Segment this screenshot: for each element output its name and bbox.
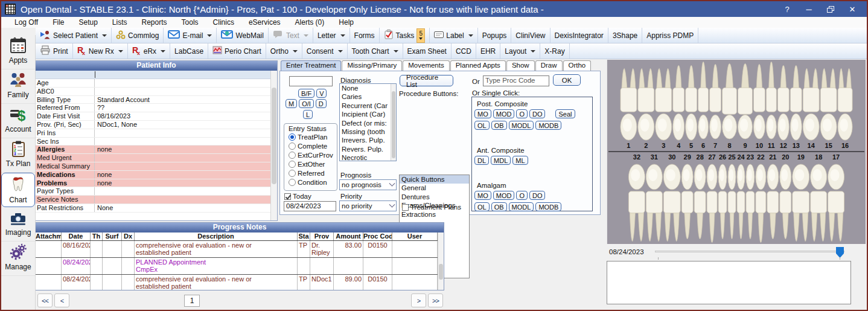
patient-info-row[interactable]: Payor Types bbox=[36, 187, 277, 196]
patient-info-row[interactable]: Date First Visit08/16/2023 bbox=[36, 112, 277, 121]
chart-note-textbox[interactable] bbox=[607, 261, 851, 304]
sidebar-item-imaging[interactable]: Imaging bbox=[1, 207, 35, 242]
procedure-category-item[interactable]: General bbox=[400, 184, 469, 192]
chart-date-slider-thumb[interactable] bbox=[836, 247, 844, 258]
column-header-th[interactable]: Th bbox=[91, 232, 103, 240]
single-click-button-dl[interactable]: DL bbox=[474, 156, 489, 165]
single-click-button-do[interactable]: DO bbox=[529, 191, 546, 200]
single-click-button-seal[interactable]: Seal bbox=[555, 109, 575, 118]
menu-item-clinics[interactable]: Clinics bbox=[206, 18, 241, 27]
patient-info-row[interactable]: ABC0 bbox=[36, 88, 277, 96]
patient-info-row[interactable]: Allergiesnone bbox=[36, 146, 277, 154]
toolbar-button-perio-chart[interactable]: Perio Chart bbox=[208, 43, 266, 59]
procedure-category-item[interactable]: Dentures bbox=[400, 193, 469, 201]
patient-info-row[interactable]: Pat RestrictionsNone bbox=[36, 204, 277, 213]
diagnosis-item[interactable]: Recurrent (Car bbox=[340, 101, 396, 110]
toolbar-button-dexisintegrator[interactable]: DexisIntegrator bbox=[550, 28, 608, 43]
checkbox-icon[interactable] bbox=[284, 193, 291, 200]
single-click-button-ol[interactable]: OL bbox=[474, 202, 490, 211]
single-click-button-mdl[interactable]: MDL bbox=[491, 156, 511, 165]
procedure-list-button[interactable]: Procedure List bbox=[400, 75, 453, 86]
sidebar-item-tx-plan[interactable]: 123Tx Plan bbox=[1, 138, 35, 173]
restore-button[interactable] bbox=[820, 2, 841, 16]
sidebar-item-family[interactable]: Family bbox=[1, 69, 35, 104]
last-page-button[interactable]: >> bbox=[428, 293, 443, 307]
single-click-button-modb[interactable]: MODB bbox=[535, 121, 561, 130]
first-page-button[interactable]: << bbox=[37, 293, 53, 307]
menu-item-setup[interactable]: Setup bbox=[71, 18, 104, 27]
toolbar-button-x-ray[interactable]: X-Ray bbox=[540, 43, 569, 59]
entry-status-option-condition[interactable]: Condition bbox=[289, 179, 337, 188]
diagnosis-item[interactable]: Missing (tooth bbox=[340, 127, 396, 136]
toolbar-button-letter[interactable]: Letter bbox=[313, 28, 350, 43]
toolbar-button-labcase[interactable]: LabCase bbox=[170, 43, 208, 59]
tab-ortho[interactable]: Ortho bbox=[563, 60, 592, 71]
tab-movements[interactable]: Movements bbox=[403, 60, 449, 71]
single-click-button-do[interactable]: DO bbox=[529, 109, 546, 118]
column-header-description[interactable]: Description bbox=[135, 232, 298, 240]
toolbar-button-ccd[interactable]: CCD bbox=[452, 43, 476, 59]
tab-draw[interactable]: Draw bbox=[535, 60, 563, 71]
progress-note-row[interactable]: 08/24/2023comprehensive oral evaluation … bbox=[36, 275, 438, 290]
patient-info-row[interactable]: Age bbox=[36, 79, 277, 88]
toolbar-button-appriss-pdmp[interactable]: Appriss PDMP bbox=[642, 28, 698, 43]
column-header-user[interactable]: User bbox=[392, 232, 438, 240]
single-click-button-modb[interactable]: MODB bbox=[535, 202, 561, 211]
toolbar-button-3shape[interactable]: 3Shape bbox=[608, 28, 642, 43]
entry-status-option-extcurprov[interactable]: ExtCurProv bbox=[289, 152, 337, 161]
column-header-dx[interactable]: Dx bbox=[122, 232, 135, 240]
patient-info-row[interactable]: Medical Summary bbox=[36, 162, 277, 171]
tab-show[interactable]: Show bbox=[506, 60, 535, 71]
procedure-category-item[interactable]: Extractions bbox=[400, 210, 469, 219]
entry-status-option-extother[interactable]: ExtOther bbox=[289, 161, 337, 170]
diagnosis-item[interactable]: Defect (or mis: bbox=[340, 119, 396, 127]
help-button[interactable]: ? bbox=[776, 2, 798, 16]
column-header-prov[interactable]: Prov bbox=[310, 232, 334, 240]
chart-date-slider-track[interactable] bbox=[655, 251, 844, 252]
radio-icon[interactable] bbox=[289, 170, 296, 177]
progress-note-row[interactable]: 08/24/2023PLANNED AppointmentCmpEx bbox=[36, 258, 438, 275]
graphical-tooth-chart[interactable]: 1234567891011121314151632313029282726252… bbox=[607, 60, 866, 244]
prev-page-button[interactable]: < bbox=[54, 293, 69, 307]
column-header-amount[interactable]: Amount bbox=[334, 232, 363, 240]
toolbar-button-commlog[interactable]: Commlog bbox=[112, 28, 164, 43]
diagnosis-item[interactable]: Revers. Pulp. bbox=[340, 145, 396, 153]
scrollbar-thumb[interactable] bbox=[272, 88, 276, 184]
proc-code-input[interactable]: Type Proc Code bbox=[483, 75, 549, 86]
toolbar-button-erx[interactable]: RxeRx bbox=[128, 43, 170, 59]
diagnosis-scrollbar[interactable] bbox=[391, 84, 396, 161]
tasks-count-badge[interactable]: 5 bbox=[416, 28, 425, 43]
radio-icon[interactable] bbox=[289, 152, 296, 159]
toolbar-button-exam-sheet[interactable]: Exam Sheet bbox=[403, 43, 452, 59]
menu-item-alerts-0-[interactable]: Alerts (0) bbox=[288, 18, 332, 27]
entry-status-option-treatplan[interactable]: TreatPlan bbox=[289, 133, 337, 143]
entry-status-option-referred[interactable]: Referred bbox=[289, 170, 337, 179]
sidebar-item-appts[interactable]: Appts bbox=[1, 35, 35, 69]
diagnosis-listbox[interactable]: NoneCariesRecurrent (CarIncipient (Car)D… bbox=[339, 83, 397, 161]
menu-item-eservices[interactable]: eServices bbox=[241, 18, 288, 27]
diagnosis-item[interactable]: Incipient (Car) bbox=[340, 110, 396, 118]
menu-item-reports[interactable]: Reports bbox=[135, 18, 174, 27]
column-header-sta[interactable]: Sta bbox=[298, 232, 310, 240]
minimize-button[interactable]: ─ bbox=[798, 2, 820, 16]
patient-info-row[interactable]: Referred From?? bbox=[36, 104, 277, 112]
single-click-button-o[interactable]: O bbox=[516, 191, 528, 200]
column-header-date[interactable]: Date bbox=[62, 232, 91, 240]
priority-dropdown[interactable]: no priority bbox=[339, 200, 397, 211]
toolbar-button-tasks[interactable]: Tasks5 bbox=[380, 28, 430, 43]
single-click-button-ob[interactable]: OB bbox=[491, 121, 507, 130]
toolbar-button-layout[interactable]: Layout bbox=[500, 43, 540, 59]
toolbar-button-e-mail[interactable]: E-mail bbox=[164, 28, 217, 43]
column-header-attachme[interactable]: Attachme bbox=[36, 232, 62, 240]
single-click-button-o[interactable]: O bbox=[516, 109, 528, 118]
patient-info-row[interactable]: Prov. (Pri, Sec)NDoc1, None bbox=[36, 121, 277, 129]
patient-info-scrollbar[interactable] bbox=[270, 71, 277, 220]
surface-button-b-f[interactable]: B/F bbox=[298, 89, 314, 98]
treatment-plans-checkbox[interactable]: Treatment Plans bbox=[402, 204, 461, 211]
surface-button-l[interactable]: L bbox=[303, 110, 313, 119]
single-click-button-modl[interactable]: MODL bbox=[509, 121, 534, 130]
toolbar-button-new-rx[interactable]: RxNew Rx bbox=[73, 43, 128, 59]
tab-enter-treatment[interactable]: Enter Treatment bbox=[281, 60, 341, 71]
radio-icon[interactable] bbox=[289, 133, 296, 141]
single-click-button-mo[interactable]: MO bbox=[474, 109, 491, 118]
